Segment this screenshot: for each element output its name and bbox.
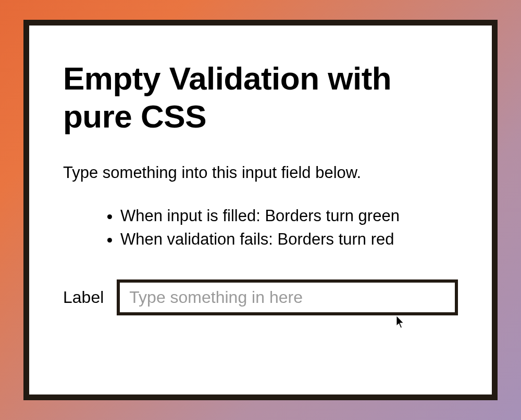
rule-item: When input is filled: Borders turn green — [120, 205, 458, 228]
demo-text-input[interactable] — [117, 279, 458, 315]
cursor-icon — [396, 315, 405, 329]
input-label: Label — [63, 288, 104, 307]
form-row: Label — [63, 279, 458, 315]
rule-item: When validation fails: Borders turn red — [120, 228, 458, 251]
rules-list: When input is filled: Borders turn green… — [63, 205, 458, 251]
demo-card: Empty Validation with pure CSS Type some… — [23, 20, 498, 400]
page-title: Empty Validation with pure CSS — [63, 59, 458, 135]
intro-text: Type something into this input field bel… — [63, 162, 458, 183]
